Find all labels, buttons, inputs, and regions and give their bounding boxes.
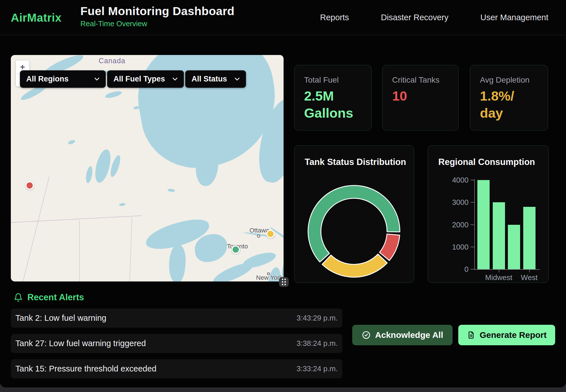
tank-marker-normal[interactable] bbox=[231, 245, 240, 254]
regional-consumption-bar-chart: 01000200030004000MidwestWest bbox=[428, 146, 548, 283]
stat-value: 10 bbox=[392, 87, 458, 105]
water-shape bbox=[68, 139, 76, 145]
bar-region-4 bbox=[523, 207, 536, 269]
recent-alerts-title: Recent Alerts bbox=[27, 292, 84, 303]
page-title: Fuel Monitoring Dashboard bbox=[80, 5, 234, 18]
x-tick-label: Midwest bbox=[485, 273, 512, 282]
y-tick-label: 0 bbox=[437, 265, 469, 274]
water-shape bbox=[109, 154, 122, 178]
water-shape bbox=[105, 90, 123, 99]
title-block: Fuel Monitoring Dashboard Real-Time Over… bbox=[80, 5, 234, 28]
x-tick-mark bbox=[499, 270, 499, 272]
city-dot-ottawa bbox=[257, 234, 260, 238]
page: AirMatrix Fuel Monitoring Dashboard Real… bbox=[0, 0, 566, 392]
acknowledge-all-label: Acknowledge All bbox=[375, 330, 443, 340]
alert-text: Tank 15: Pressure threshold exceeded bbox=[15, 364, 156, 373]
nav-item-reports[interactable]: Reports bbox=[320, 13, 349, 22]
recent-alerts-header: Recent Alerts bbox=[14, 292, 84, 303]
acknowledge-all-button[interactable]: Acknowledge All bbox=[352, 325, 453, 345]
boundary-line bbox=[23, 176, 50, 281]
bell-icon bbox=[14, 293, 23, 302]
y-tick-label: 2000 bbox=[437, 220, 469, 229]
tank-marker-critical[interactable] bbox=[25, 181, 34, 190]
bar-region-3 bbox=[508, 225, 520, 270]
alert-row: Tank 2: Low fuel warning 3:43:29 p.m. bbox=[11, 309, 342, 328]
alert-time: 3:38:24 p.m. bbox=[296, 339, 338, 348]
alert-list: Tank 2: Low fuel warning 3:43:29 p.m. Ta… bbox=[11, 309, 342, 378]
map-label-country: Canada bbox=[99, 57, 125, 65]
page-subtitle: Real-Time Overview bbox=[80, 19, 234, 28]
check-circle-icon bbox=[362, 330, 371, 340]
boundary-line bbox=[129, 217, 132, 281]
document-icon bbox=[467, 331, 475, 339]
chevron-down-icon bbox=[172, 77, 178, 81]
stat-value: 2.5MGallons bbox=[304, 87, 371, 122]
water-shape bbox=[119, 203, 126, 206]
alert-text: Tank 2: Low fuel warning bbox=[15, 313, 106, 323]
status-filter-dropdown[interactable]: All Status bbox=[185, 70, 246, 88]
stat-value: 1.8%/day bbox=[480, 87, 548, 122]
alert-row: Tank 27: Low fuel warning triggered 3:38… bbox=[11, 334, 342, 353]
donut-segment-warning bbox=[322, 254, 387, 277]
region-filter-label: All Regions bbox=[26, 75, 69, 83]
dashboard-window: AirMatrix Fuel Monitoring Dashboard Real… bbox=[0, 0, 566, 387]
chevron-down-icon bbox=[235, 77, 240, 81]
fuel-map[interactable]: Canada + − All Regions All Fuel Types Al… bbox=[11, 55, 284, 281]
map-label-city-new-york: New York bbox=[256, 274, 283, 281]
y-tick-label: 1000 bbox=[437, 242, 469, 251]
generate-report-label: Generate Report bbox=[480, 330, 547, 340]
boundary-line bbox=[11, 215, 142, 223]
generate-report-button[interactable]: Generate Report bbox=[458, 325, 555, 345]
alert-time: 3:33:24 p.m. bbox=[296, 364, 338, 373]
y-axis bbox=[474, 179, 475, 270]
stat-card-avg-depletion: Avg Depletion 1.8%/day bbox=[470, 65, 548, 130]
city-dot-new-york bbox=[267, 272, 270, 275]
fuel-type-filter-label: All Fuel Types bbox=[113, 75, 165, 83]
y-tick-mark bbox=[471, 247, 474, 247]
water-shape bbox=[92, 148, 113, 184]
nav-item-disaster-recovery[interactable]: Disaster Recovery bbox=[381, 13, 449, 22]
water-shape bbox=[211, 260, 255, 281]
stat-label: Critical Tanks bbox=[392, 75, 458, 85]
boundary-line bbox=[79, 220, 80, 281]
alert-time: 3:43:29 p.m. bbox=[296, 314, 338, 322]
header: AirMatrix Fuel Monitoring Dashboard Real… bbox=[0, 0, 566, 35]
status-filter-label: All Status bbox=[192, 75, 227, 83]
regional-consumption-card: Regional Consumption 01000200030004000Mi… bbox=[428, 145, 549, 283]
chevron-down-icon bbox=[94, 77, 99, 81]
x-tick-label: West bbox=[521, 273, 538, 282]
water-shape bbox=[167, 188, 175, 192]
y-tick-mark bbox=[471, 180, 474, 180]
donut-segment-critical bbox=[380, 234, 400, 261]
main-nav: Reports Disaster Recovery User Managemen… bbox=[320, 0, 548, 35]
alert-row: Tank 15: Pressure threshold exceeded 3:3… bbox=[11, 359, 342, 378]
y-tick-mark bbox=[471, 202, 474, 203]
x-axis bbox=[474, 269, 540, 270]
tank-status-donut-chart bbox=[303, 180, 405, 283]
water-shape bbox=[85, 166, 93, 184]
brand-logo: AirMatrix bbox=[11, 11, 62, 24]
chart-title: Tank Status Distribution bbox=[305, 157, 414, 167]
stat-card-total-fuel: Total Fuel 2.5MGallons bbox=[294, 65, 372, 130]
region-filter-dropdown[interactable]: All Regions bbox=[20, 70, 106, 88]
stat-label: Avg Depletion bbox=[480, 75, 548, 85]
tank-status-distribution-card: Tank Status Distribution bbox=[294, 145, 414, 283]
y-tick-label: 4000 bbox=[437, 176, 469, 185]
nav-item-user-management[interactable]: User Management bbox=[480, 13, 548, 22]
bar-region-2 bbox=[493, 202, 505, 269]
stat-card-critical-tanks: Critical Tanks 10 bbox=[382, 65, 459, 130]
x-tick-mark bbox=[529, 270, 530, 272]
stat-label: Total Fuel bbox=[304, 75, 371, 85]
map-resize-handle[interactable] bbox=[279, 277, 289, 287]
fuel-type-filter-dropdown[interactable]: All Fuel Types bbox=[107, 70, 184, 88]
y-tick-mark bbox=[471, 224, 474, 225]
tank-marker-warning[interactable] bbox=[266, 230, 275, 238]
bar-region-1 bbox=[477, 180, 490, 269]
water-shape bbox=[167, 244, 188, 281]
map-filters: All Regions All Fuel Types All Status bbox=[20, 70, 246, 88]
y-tick-mark bbox=[471, 269, 474, 270]
y-tick-label: 3000 bbox=[437, 198, 469, 207]
alert-text: Tank 27: Low fuel warning triggered bbox=[15, 339, 146, 348]
